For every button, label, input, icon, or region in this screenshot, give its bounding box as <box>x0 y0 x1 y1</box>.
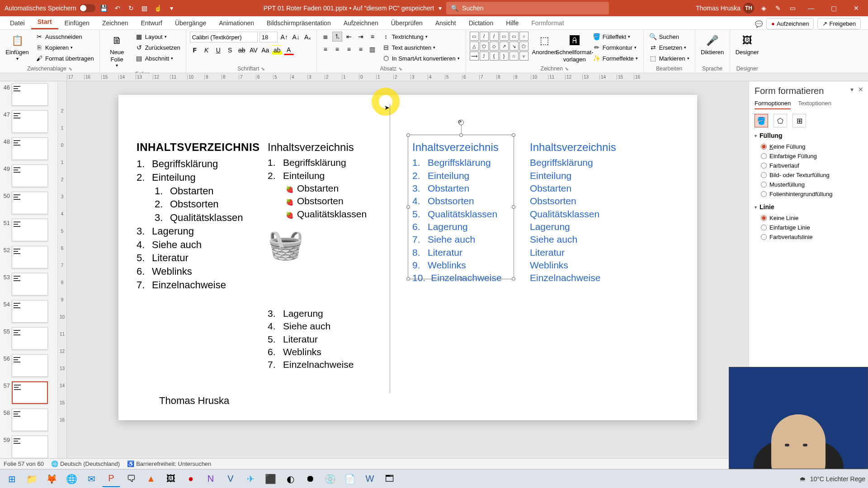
outlook-icon[interactable]: ✉ <box>82 471 100 487</box>
increase-font-icon[interactable]: A↑ <box>279 32 289 42</box>
ribbon-mode-icon[interactable]: ▭ <box>788 3 797 13</box>
tab-einfuegen[interactable]: Einfügen <box>58 17 96 29</box>
textbox-col1[interactable]: INHALTSVERZEICHNIS 1.Begriffsklärung2.Ei… <box>137 140 263 291</box>
thumb-50[interactable]: 50▬▬▬▬▬▬▬▬ <box>2 192 56 214</box>
horizontal-ruler[interactable]: 1716151413121110987654321012345678910111… <box>0 73 868 81</box>
thumb-51[interactable]: 51▬▬▬▬▬▬▬▬ <box>2 219 56 241</box>
app-icon-4[interactable]: ⬛ <box>261 471 279 487</box>
smartart-button[interactable]: ⬡In SmartArt konvertieren▾ <box>380 53 462 63</box>
slideshow-icon[interactable]: ▧ <box>140 3 150 13</box>
status-lang[interactable]: 🌐 Deutsch (Deutschland) <box>51 460 120 467</box>
bullets-button[interactable]: ≣ <box>321 32 330 42</box>
tab-ansicht[interactable]: Ansicht <box>429 17 462 29</box>
tab-textoptions[interactable]: Textoptionen <box>798 100 831 109</box>
thumb-48[interactable]: 48▬▬▬▬▬▬▬▬ <box>2 137 56 160</box>
record-button[interactable]: ●Aufzeichnen <box>766 18 814 29</box>
sel-handle-sw[interactable] <box>406 277 410 281</box>
thumb-46[interactable]: 46▬▬▬▬▬▬▬▬ <box>2 83 56 106</box>
clear-format-icon[interactable]: Aₓ <box>303 32 313 42</box>
search-box[interactable]: 🔍 <box>446 2 609 14</box>
italic-button[interactable]: K <box>202 45 212 55</box>
section-button[interactable]: ▤Abschnitt▾ <box>133 53 182 63</box>
reset-button[interactable]: ↺Zurücksetzen <box>133 42 182 52</box>
case-button[interactable]: Aa <box>260 45 270 55</box>
title-dropdown-icon[interactable]: ▾ <box>439 5 442 12</box>
shape-gallery[interactable]: ▭//▭▭○ △⬡◇↗↘⬠ ⟶⤴{}☆▿ <box>470 32 528 61</box>
textbox-col4[interactable]: Inhaltsverzeichnis BegriffsklärungEintei… <box>530 140 620 285</box>
shape-effects-button[interactable]: ✨Formeffekte▾ <box>591 53 640 63</box>
powerpoint-icon[interactable]: P <box>102 471 120 487</box>
clipboard-launcher[interactable]: ⬊ <box>68 66 72 72</box>
indent-dec-button[interactable]: ⇤ <box>344 32 354 42</box>
quickstyles-button[interactable]: 🅰Schnellformat- vorlagen <box>561 32 588 65</box>
decrease-font-icon[interactable]: A↓ <box>291 32 301 42</box>
align-right-button[interactable]: ≡ <box>344 44 354 54</box>
bold-button[interactable]: F <box>190 45 200 55</box>
underline-button[interactable]: U <box>213 45 223 55</box>
rotate-handle[interactable] <box>458 120 464 125</box>
vlc-icon[interactable]: ▲ <box>142 471 160 487</box>
format-painter-button[interactable]: 🖌Format übertragen <box>33 53 96 63</box>
tab-uebergaenge[interactable]: Übergänge <box>169 17 212 29</box>
char-spacing-button[interactable]: AV <box>249 45 259 55</box>
textbox-col3[interactable]: Inhaltsverzeichnis 1.Begriffsklärung2.Ei… <box>412 140 516 285</box>
app-icon-7[interactable]: 💿 <box>321 471 339 487</box>
chrome-icon[interactable]: 🌐 <box>62 471 80 487</box>
tab-zeichnen[interactable]: Zeichnen <box>96 17 135 29</box>
thumb-52[interactable]: 52▬▬▬▬▬▬▬▬ <box>2 246 56 268</box>
textbox-col2[interactable]: Inhaltsverzeichnis 1.Begriffsklärung2.Ei… <box>268 140 385 264</box>
line-section-header[interactable]: Linie <box>755 203 863 211</box>
sel-handle-w[interactable] <box>406 205 410 209</box>
sel-handle-nw[interactable] <box>406 133 410 137</box>
app-icon-5[interactable]: ◐ <box>281 471 299 487</box>
fill-gradient-radio[interactable]: Farbverlauf <box>755 161 863 170</box>
slide-canvas[interactable]: ➤ INHALTSVERZEICHNIS 1.Begriffsklärung2.… <box>67 81 749 458</box>
app-icon-2[interactable]: 🖼 <box>162 471 180 487</box>
thumb-55[interactable]: 55▬▬▬▬▬▬▬▬ <box>2 327 56 350</box>
thumb-57[interactable]: 57▬▬▬▬▬▬▬▬ <box>2 381 56 404</box>
fill-effect-button[interactable]: 🪣Fülleffekt▾ <box>591 32 640 42</box>
thumb-58[interactable]: 58▬▬▬▬▬▬▬▬ <box>2 408 56 431</box>
share-button[interactable]: ↗Freigeben <box>817 18 861 29</box>
strike-button[interactable]: ab <box>237 45 247 55</box>
line-gradient-radio[interactable]: Farbverlaufslinie <box>755 232 863 242</box>
close-button[interactable]: ✕ <box>847 0 865 16</box>
align-text-button[interactable]: ⊟Text ausrichten▾ <box>380 42 462 52</box>
diamond-icon[interactable]: ◈ <box>759 3 769 13</box>
tab-hilfe[interactable]: Hilfe <box>500 17 525 29</box>
app-icon-6[interactable]: ⏺ <box>301 471 319 487</box>
vertical-ruler[interactable]: 21012345678910111213141516 <box>58 81 67 458</box>
align-center-button[interactable]: ≡ <box>332 44 342 54</box>
thumb-54[interactable]: 54▬▬▬▬▬▬▬▬ <box>2 300 56 323</box>
fill-section-header[interactable]: Füllung <box>755 132 863 139</box>
fill-solid-radio[interactable]: Einfarbige Füllung <box>755 151 863 161</box>
sel-handle-ne[interactable] <box>512 133 515 137</box>
visio-icon[interactable]: V <box>222 471 240 487</box>
tab-dictation[interactable]: Dictation <box>462 17 500 29</box>
word-icon[interactable]: W <box>361 471 379 487</box>
shadow-button[interactable]: S <box>225 45 235 55</box>
highlight-button[interactable]: ab <box>272 45 282 55</box>
select-button[interactable]: ⬚Markieren▾ <box>647 53 691 63</box>
touch-icon[interactable]: ☝ <box>153 3 163 13</box>
dictate-button[interactable]: 🎤Diktieren <box>699 32 726 58</box>
numbering-button[interactable]: ⒈ <box>332 32 342 42</box>
thumb-49[interactable]: 49▬▬▬▬▬▬▬▬ <box>2 164 56 187</box>
explorer-icon[interactable]: 📁 <box>23 471 41 487</box>
thumb-59[interactable]: 59▬▬▬▬▬▬▬▬ <box>2 436 56 458</box>
thumb-56[interactable]: 56▬▬▬▬▬▬▬▬ <box>2 354 56 377</box>
copy-button[interactable]: ⎘Kopieren▾ <box>33 42 96 52</box>
slide[interactable]: ➤ INHALTSVERZEICHNIS 1.Begriffsklärung2.… <box>118 95 697 420</box>
tab-formoptions[interactable]: Formoptionen <box>755 100 791 109</box>
font-family-select[interactable] <box>190 32 258 42</box>
pane-close-icon[interactable]: ✕ <box>858 86 863 93</box>
pen-icon[interactable]: ✎ <box>773 3 783 13</box>
tab-start[interactable]: Start <box>31 15 58 29</box>
redo-icon[interactable]: ↻ <box>126 3 136 13</box>
comments-icon[interactable]: 💬 <box>755 20 763 28</box>
qat-more-icon[interactable]: ▾ <box>167 3 177 13</box>
replace-button[interactable]: ⇄Ersetzen▾ <box>647 42 691 52</box>
justify-button[interactable]: ≡ <box>356 44 366 54</box>
thumb-53[interactable]: 53▬▬▬▬▬▬▬▬ <box>2 273 56 296</box>
new-slide-button[interactable]: 🗎Neue Folie▾ <box>104 32 131 70</box>
